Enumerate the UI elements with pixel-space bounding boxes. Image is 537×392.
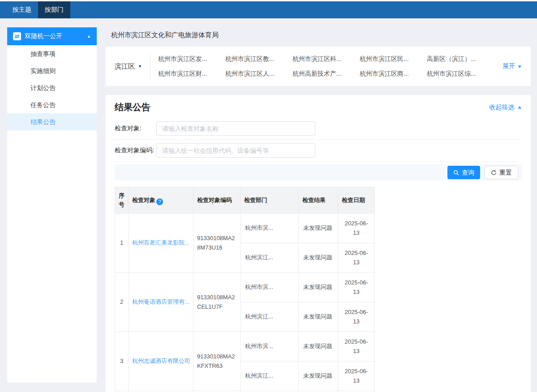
cell-dept: 杭州市滨... [241, 332, 299, 362]
department-link[interactable]: 杭州市滨江区教... [225, 55, 292, 63]
cell-result: 未发现问题 [299, 273, 338, 302]
code-filter-label: 检查对象编码: [115, 146, 156, 155]
cell-code: 91330108MA2KFXTR63 [193, 332, 241, 391]
department-link[interactable]: 杭州市滨江区民... [360, 55, 427, 63]
table-row: 3 杭州志诚酒店有限公司 91330108MA2KFXTR63 杭州市滨... … [115, 332, 375, 362]
cell-seq: 1 [115, 214, 129, 273]
table-row: 2 杭州曼语酒店管理有... 91330108MA2CEL1U7F 杭州市滨..… [115, 273, 375, 302]
cell-date: 2025-06-13 [338, 214, 375, 243]
sidebar-header-label: 双随机一公开 [25, 32, 62, 40]
cell-target: 杭州曼语酒店管理有... [129, 273, 193, 332]
inspection-table: 序号 检查对象? 检查对象编码 检查部门 检查结果 检查日期 1 杭州百老汇美龙… [115, 187, 375, 392]
cell-dept: 杭州滨江... [241, 362, 299, 391]
cell-date: 2025-06-13 [338, 273, 375, 302]
department-link[interactable]: 杭州市滨江区发... [158, 55, 225, 63]
swap-icon: ⇄ [13, 32, 21, 40]
tab-by-theme[interactable]: 按主题 [6, 1, 38, 18]
department-link[interactable]: 高新区（滨江）... [427, 55, 494, 63]
reset-button-label: 重置 [499, 169, 512, 176]
sidebar-header[interactable]: ⇄ 双随机一公开 ▲ [7, 27, 97, 45]
cell-dept: 杭州市滨... [241, 273, 299, 302]
cell-result: 未发现问题 [299, 302, 338, 332]
cell-code: 91330108MA2CEL1U7F [193, 273, 241, 332]
department-selector-card: 滨江区 ▼ 杭州市滨江区发... 杭州市滨江区教... 杭州市滨江区科... 杭… [106, 47, 531, 86]
page-body: ⇄ 双随机一公开 ▲ 抽查事项 实施细则 计划公告 任务公告 结果公告 杭州市滨… [0, 18, 537, 383]
chevron-down-icon: ∨ [517, 65, 522, 69]
expand-link[interactable]: 展开 ∨ [503, 62, 522, 70]
results-card: 结果公告 收起筛选 ∧ 检查对象: 检查对象编码: 查询 [106, 95, 531, 392]
filter-actions-bar: 查询 重置 [115, 164, 522, 181]
sidebar-item-check-items[interactable]: 抽查事项 [7, 45, 97, 62]
chevron-up-icon: ∧ [517, 105, 522, 109]
cell-date: 2025-06-13 [338, 302, 375, 332]
cell-date: 2025-06-13 [338, 362, 375, 391]
sidebar: ⇄ 双随机一公开 ▲ 抽查事项 实施细则 计划公告 任务公告 结果公告 [7, 27, 97, 383]
department-link[interactable]: 杭州高新技术产... [292, 70, 360, 78]
col-header-date: 检查日期 [338, 187, 375, 214]
region-label: 滨江区 [115, 62, 135, 71]
department-link[interactable]: 杭州市滨江区人... [225, 70, 292, 78]
search-button-label: 查询 [462, 169, 474, 176]
target-link[interactable]: 杭州志诚酒店有限公司 [132, 357, 189, 366]
department-link[interactable]: 杭州市滨江区商... [360, 70, 427, 78]
code-search-input[interactable] [156, 143, 315, 158]
target-link[interactable]: 杭州百老汇美龙影院... [132, 238, 189, 248]
target-search-input[interactable] [156, 121, 315, 136]
expand-label: 展开 [503, 62, 515, 70]
table-row: 1 杭州百老汇美龙影院... 91330108MA28M73U16 杭州市滨..… [115, 214, 375, 243]
department-list: 杭州市滨江区发... 杭州市滨江区教... 杭州市滨江区科... 杭州市滨江区民… [150, 55, 503, 78]
department-link[interactable]: 杭州市滨江区综... [427, 70, 494, 78]
search-button[interactable]: 查询 [447, 166, 480, 179]
col-header-seq: 序号 [115, 187, 129, 214]
col-header-code: 检查对象编码 [193, 187, 241, 214]
sidebar-item-implementation-rules[interactable]: 实施细则 [7, 62, 97, 79]
tab-by-department[interactable]: 按部门 [38, 1, 70, 18]
results-header: 结果公告 收起筛选 ∧ [115, 101, 522, 113]
cell-date: 2025-06-13 [338, 243, 375, 273]
collapse-filter-label: 收起筛选 [489, 103, 514, 112]
cell-result: 未发现问题 [299, 214, 338, 243]
sidebar-item-result-announcement[interactable]: 结果公告 [7, 113, 97, 130]
department-link[interactable]: 杭州市滨江区财... [158, 70, 225, 78]
cell-target: 杭州志诚酒店有限公司 [129, 332, 193, 391]
cell-result: 未发现问题 [299, 243, 338, 273]
cell-date: 2025-06-13 [338, 332, 375, 362]
department-link[interactable]: 杭州市滨江区科... [292, 55, 360, 63]
col-header-dept: 检查部门 [241, 187, 299, 214]
refresh-icon [491, 170, 497, 176]
chevron-up-icon: ▲ [87, 34, 91, 39]
cell-target: 杭州百老汇美龙影院... [129, 214, 193, 273]
filter-row-target: 检查对象: [115, 118, 522, 140]
target-filter-label: 检查对象: [115, 125, 156, 133]
col-header-target: 检查对象? [129, 187, 193, 214]
collapse-filter-link[interactable]: 收起筛选 ∧ [489, 103, 522, 112]
region-dropdown[interactable]: 滨江区 ▼ [115, 62, 142, 71]
main-content: 杭州市滨江区文化和广电旅游体育局 滨江区 ▼ 杭州市滨江区发... 杭州市滨江区… [106, 27, 531, 383]
caret-down-icon: ▼ [138, 65, 142, 69]
cell-code: 91330108MA28M73U16 [193, 214, 241, 273]
cell-seq: 2 [115, 273, 129, 332]
cell-seq: 3 [115, 332, 129, 391]
organization-title: 杭州市滨江区文化和广电旅游体育局 [106, 27, 531, 41]
sidebar-item-plan-announcement[interactable]: 计划公告 [7, 79, 97, 96]
filter-row-code: 检查对象编码: [115, 140, 522, 162]
cell-result: 未发现问题 [299, 362, 338, 391]
question-help-icon[interactable]: ? [156, 198, 163, 205]
target-link[interactable]: 杭州曼语酒店管理有... [132, 297, 189, 307]
col-header-target-label: 检查对象 [132, 197, 155, 203]
cell-dept: 杭州市滨... [241, 214, 299, 243]
search-icon [453, 170, 459, 176]
sidebar-item-task-announcement[interactable]: 任务公告 [7, 96, 97, 113]
cell-dept: 杭州滨江... [241, 302, 299, 332]
col-header-result: 检查结果 [299, 187, 338, 214]
cell-dept: 杭州滨江... [241, 243, 299, 273]
page-title: 结果公告 [115, 101, 150, 113]
table-header-row: 序号 检查对象? 检查对象编码 检查部门 检查结果 检查日期 [115, 187, 375, 214]
topbar: 按主题 按部门 [0, 1, 537, 18]
cell-result: 未发现问题 [299, 332, 338, 362]
reset-button[interactable]: 重置 [485, 166, 518, 179]
